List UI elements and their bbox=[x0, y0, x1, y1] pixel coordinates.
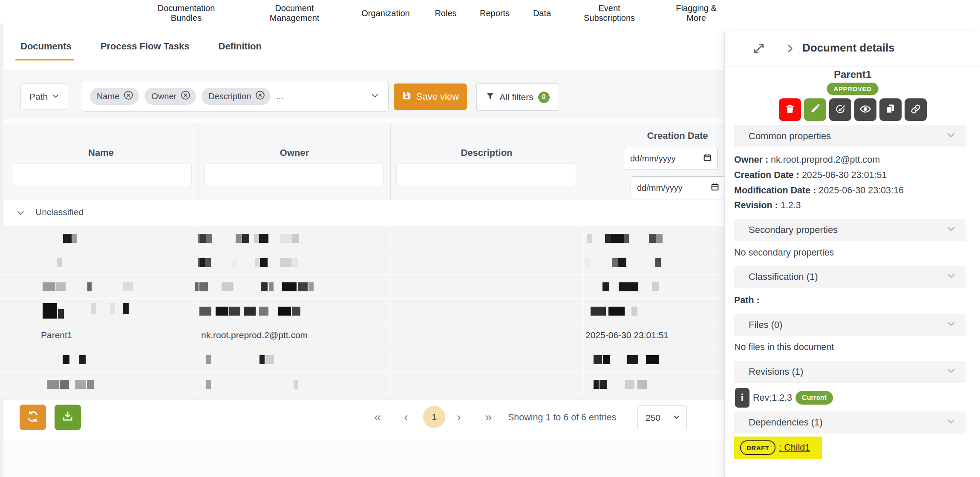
chevron-right-icon[interactable] bbox=[784, 43, 796, 56]
remove-chip-icon[interactable] bbox=[255, 90, 265, 103]
calendar-icon[interactable] bbox=[710, 182, 720, 194]
name-filter-input[interactable] bbox=[13, 163, 192, 186]
section-dependencies[interactable]: Dependencies (1) bbox=[734, 411, 966, 434]
redacted-text-block bbox=[47, 380, 59, 389]
redacted-text-block bbox=[60, 380, 69, 389]
nav-item-event-subscriptions[interactable]: Event Subscriptions bbox=[573, 3, 646, 23]
pagination-first-button[interactable]: « bbox=[374, 410, 381, 424]
section-classification[interactable]: Classification (1) bbox=[734, 266, 966, 288]
link-button[interactable] bbox=[905, 98, 927, 121]
redacted-text-block bbox=[87, 282, 92, 291]
save-view-button[interactable]: Save view bbox=[394, 83, 467, 110]
revision-label: Rev:1.2.3 bbox=[753, 393, 792, 403]
refresh-button[interactable] bbox=[20, 405, 46, 430]
files-empty: No files in this document bbox=[734, 342, 834, 353]
all-filters-button[interactable]: All filters 0 bbox=[476, 83, 559, 111]
nav-item-document-management[interactable]: Document Management bbox=[262, 3, 326, 23]
redacted-text-block bbox=[608, 307, 625, 316]
description-filter-input[interactable] bbox=[396, 163, 576, 186]
redacted-text-block bbox=[110, 303, 115, 314]
preview-button[interactable] bbox=[854, 98, 876, 121]
creation-date-from-input[interactable]: dd/mm/yyyy bbox=[624, 147, 718, 170]
classification-path-label: Path : bbox=[734, 295, 760, 306]
nav-item-data[interactable]: Data bbox=[523, 9, 561, 18]
table-row-redacted[interactable] bbox=[0, 299, 758, 323]
info-icon[interactable]: i bbox=[735, 388, 749, 408]
tab-process-flow-tasks[interactable]: Process Flow Tasks bbox=[101, 41, 190, 60]
filter-chip-description[interactable]: Description bbox=[202, 88, 271, 105]
table-row-redacted[interactable] bbox=[0, 348, 758, 372]
table-row-parent1[interactable]: Parent1 nk.root.preprod.2@ptt.com 2025-0… bbox=[0, 323, 758, 348]
dependency-link-child1[interactable]: : Child1 bbox=[779, 443, 810, 453]
expand-panel-icon[interactable] bbox=[751, 41, 767, 58]
redacted-text-block bbox=[603, 355, 610, 364]
table-row-redacted[interactable] bbox=[0, 275, 758, 299]
panel-title: Document details bbox=[802, 41, 895, 55]
path-dropdown[interactable]: Path bbox=[20, 83, 68, 110]
redacted-text-block bbox=[655, 258, 661, 267]
column-header-name[interactable]: Name bbox=[16, 147, 186, 158]
redacted-text-block bbox=[259, 355, 265, 364]
pagination-prev-button[interactable]: ‹ bbox=[404, 410, 408, 424]
nav-item-roles[interactable]: Roles bbox=[424, 9, 467, 18]
column-header-description[interactable]: Description bbox=[401, 147, 572, 158]
column-header-owner[interactable]: Owner bbox=[209, 147, 380, 158]
redacted-text-block bbox=[619, 282, 638, 291]
delete-button[interactable] bbox=[779, 98, 801, 121]
table-row-redacted[interactable] bbox=[0, 372, 758, 397]
redacted-text-block bbox=[649, 234, 656, 243]
redacted-text-block bbox=[585, 258, 590, 267]
redacted-text-block bbox=[229, 307, 240, 316]
nav-item-documentation-bundles[interactable]: Documentation Bundles bbox=[150, 3, 222, 23]
funnel-icon bbox=[486, 92, 495, 103]
section-secondary-properties[interactable]: Secondary properties bbox=[734, 219, 966, 241]
section-common-properties[interactable]: Common properties bbox=[734, 125, 966, 147]
download-icon bbox=[62, 411, 74, 424]
remove-chip-icon[interactable] bbox=[123, 90, 134, 103]
table-row-redacted[interactable] bbox=[0, 250, 758, 275]
eye-icon bbox=[859, 103, 871, 117]
filter-chip-name[interactable]: Name bbox=[90, 88, 139, 105]
section-title: Dependencies (1) bbox=[749, 417, 823, 428]
chevron-down-icon bbox=[673, 413, 680, 423]
redacted-text-block bbox=[206, 355, 211, 364]
nav-item-reports[interactable]: Reports bbox=[469, 9, 520, 18]
secondary-properties-empty: No secondary properties bbox=[734, 247, 834, 258]
creation-date-to-input[interactable]: dd/mm/yyyy bbox=[631, 176, 725, 199]
filter-chip-owner[interactable]: Owner bbox=[144, 88, 196, 105]
owner-filter-input[interactable] bbox=[205, 163, 383, 186]
download-button[interactable] bbox=[55, 405, 81, 430]
nav-item-flagging-more[interactable]: Flagging & More bbox=[666, 3, 726, 23]
section-revisions[interactable]: Revisions (1) bbox=[734, 361, 966, 383]
redacted-text-block bbox=[236, 234, 242, 243]
pagination-next-button[interactable]: › bbox=[457, 410, 461, 424]
page-size-select[interactable]: 250 bbox=[637, 405, 687, 430]
edit-button[interactable] bbox=[804, 98, 826, 121]
chevron-down-icon[interactable] bbox=[370, 91, 380, 102]
section-files[interactable]: Files (0) bbox=[734, 314, 966, 336]
calendar-icon[interactable] bbox=[703, 153, 712, 164]
pagination-last-button[interactable]: » bbox=[485, 410, 492, 424]
redacted-text-block bbox=[291, 258, 298, 267]
filter-chip-label: Name bbox=[97, 92, 119, 101]
revision-item[interactable]: i Rev:1.2.3 Current bbox=[735, 388, 833, 408]
filter-chips-input[interactable]: Name Owner Description ... bbox=[81, 81, 389, 112]
tab-documents[interactable]: Documents bbox=[20, 41, 72, 60]
dependency-item-highlighted[interactable]: DRAFT : Child1 bbox=[734, 437, 822, 459]
redacted-text-block bbox=[43, 303, 57, 319]
redacted-text-block bbox=[600, 380, 607, 389]
remove-chip-icon[interactable] bbox=[180, 90, 191, 103]
table-row-redacted[interactable] bbox=[0, 226, 758, 250]
pagination-current-page[interactable]: 1 bbox=[423, 406, 445, 428]
tab-definition[interactable]: Definition bbox=[219, 41, 262, 60]
pagination-summary: Showing 1 to 6 of 6 entries bbox=[508, 412, 617, 423]
chevron-down-icon[interactable] bbox=[16, 209, 25, 219]
redacted-text-block bbox=[625, 380, 634, 389]
copy-button[interactable] bbox=[879, 98, 902, 121]
redacted-text-block bbox=[282, 282, 297, 291]
redacted-text-block bbox=[123, 282, 133, 291]
group-row-unclassified[interactable]: Unclassified bbox=[3, 200, 758, 226]
nav-item-organization[interactable]: Organization bbox=[347, 9, 424, 18]
sign-button[interactable] bbox=[829, 98, 851, 121]
status-badge: APPROVED bbox=[827, 83, 879, 95]
